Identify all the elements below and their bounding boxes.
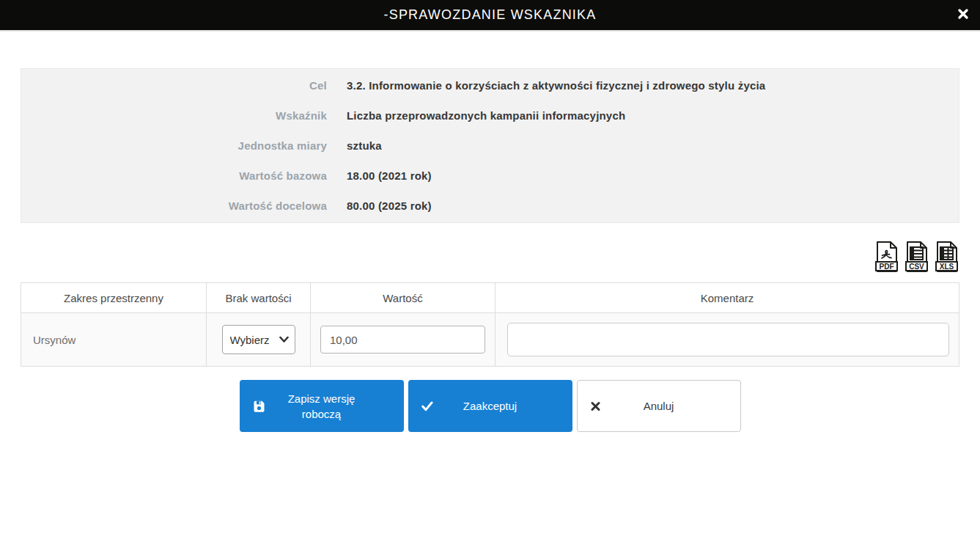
wartosc-input[interactable] [320,326,485,354]
brak-wartosci-select[interactable]: Wybierz [222,325,295,354]
modal-body: Cel 3.2. Informowanie o korzyściach z ak… [21,68,959,432]
detail-row-wskaznik: Wskaźnik Liczba przeprowadzonych kampani… [21,100,959,131]
brak-wartosci-select-wrap: Wybierz [222,325,295,354]
action-buttons: Zapisz wersję roboczą Zaakceptuj Anuluj [21,380,959,432]
detail-value: 3.2. Informowanie o korzyściach z aktywn… [327,79,765,92]
wartosc-cell [311,313,495,367]
export-xls-icon[interactable]: XLS [934,241,959,273]
report-table: Zakres przestrzenny Brak wartości Wartoś… [21,282,959,367]
detail-label: Wskaźnik [21,109,327,122]
save-icon [253,400,265,412]
save-draft-button[interactable]: Zapisz wersję roboczą [240,380,404,432]
detail-value: sztuka [327,139,382,152]
detail-value: 80.00 (2025 rok) [327,199,432,212]
detail-value: 18.00 (2021 rok) [327,169,432,182]
close-button[interactable] [956,8,970,23]
indicator-details-panel: Cel 3.2. Informowanie o korzyściach z ak… [21,68,959,223]
column-header-wartosc: Wartość [311,283,495,313]
zakres-cell: Ursynów [21,313,207,367]
modal-titlebar: -SPRAWOZDANIE WSKAZNIKA [0,0,980,32]
komentarz-input[interactable] [507,323,949,356]
column-header-zakres: Zakres przestrzenny [21,283,207,313]
close-icon [957,8,969,23]
x-icon [591,401,600,411]
detail-label: Wartość docelowa [21,199,327,212]
check-icon [421,401,433,411]
accept-label: Zaakceptuj [434,398,546,414]
column-header-komentarz: Komentarz [495,283,959,313]
detail-row-jednostka: Jednostka miary sztuka [21,131,959,161]
detail-row-bazowa: Wartość bazowa 18.00 (2021 rok) [21,161,959,191]
brak-wartosci-cell: Wybierz [207,313,311,367]
modal-title: -SPRAWOZDANIE WSKAZNIKA [384,7,597,23]
svg-text:CSV: CSV [909,263,924,271]
detail-label: Cel [21,79,327,92]
export-csv-icon[interactable]: CSV [904,241,929,273]
svg-text:PDF: PDF [880,263,894,271]
cancel-label: Anuluj [614,398,704,414]
cancel-button[interactable]: Anuluj [577,380,741,432]
detail-label: Wartość bazowa [21,169,327,182]
detail-row-docelowa: Wartość docelowa 80.00 (2025 rok) [21,191,959,221]
export-toolbar: PDF CSV XLS [21,241,959,273]
detail-label: Jednostka miary [21,139,327,152]
accept-button[interactable]: Zaakceptuj [408,380,572,432]
column-header-brak-wartosci: Brak wartości [207,283,311,313]
table-header-row: Zakres przestrzenny Brak wartości Wartoś… [21,283,959,313]
komentarz-cell [495,313,959,367]
detail-value: Liczba przeprowadzonych kampanii informa… [327,109,625,122]
export-pdf-icon[interactable]: PDF [874,241,899,273]
svg-text:XLS: XLS [940,263,954,271]
detail-row-cel: Cel 3.2. Informowanie o korzyściach z ak… [21,70,959,100]
table-row: Ursynów Wybierz [21,313,959,367]
